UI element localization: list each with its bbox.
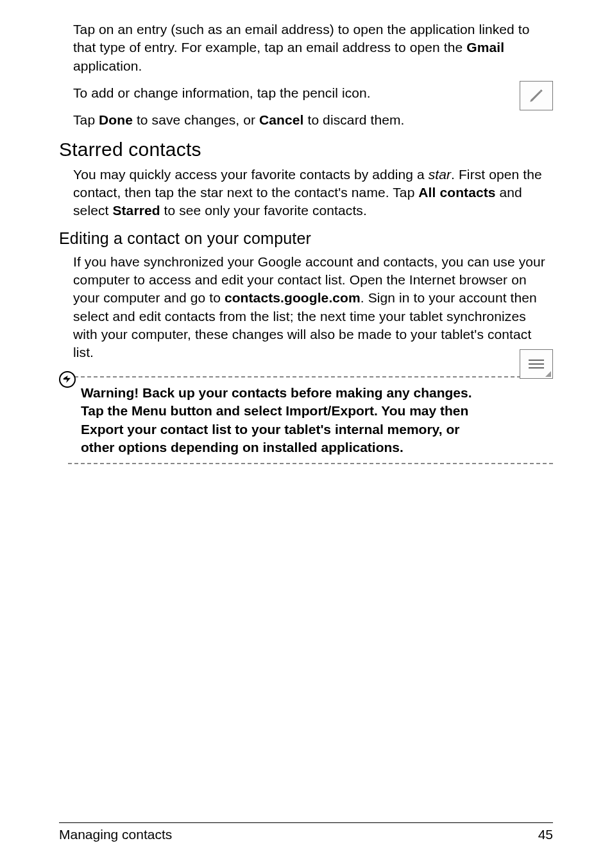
footer-section-title: Managing contacts <box>59 827 172 842</box>
paragraph-open-entry: Tap on an entry (such as an email addres… <box>73 21 553 75</box>
paragraph-pencil-hint: To add or change information, tap the pe… <box>73 84 553 102</box>
text: Tap on an entry (such as an email addres… <box>73 22 530 55</box>
done-label: Done <box>99 112 133 127</box>
text: application. <box>73 58 142 73</box>
paragraph-sync: If you have synchronized your Google acc… <box>73 253 553 362</box>
text: You may quickly access your favorite con… <box>73 167 429 182</box>
menu-lines <box>529 360 544 369</box>
menu-icon <box>520 349 553 379</box>
text: Tap <box>73 112 99 127</box>
cancel-label: Cancel <box>259 112 303 127</box>
footer-page-number: 45 <box>538 827 553 842</box>
contacts-url: contacts.google.com <box>225 290 361 305</box>
text: to save changes, or <box>133 112 259 127</box>
text: to discard them. <box>304 112 405 127</box>
warning-text: Warning! Back up your contacts before ma… <box>81 384 553 456</box>
warning-callout: Warning! Back up your contacts before ma… <box>59 371 553 469</box>
paragraph-done-cancel: Tap Done to save changes, or Cancel to d… <box>73 111 553 129</box>
star-italic: star <box>429 167 451 182</box>
warning-icon <box>59 371 76 388</box>
text: to see only your favorite contacts. <box>160 203 367 218</box>
heading-editing-on-computer: Editing a contact on your computer <box>59 229 553 248</box>
paragraph-starred: You may quickly access your favorite con… <box>73 166 553 220</box>
menu-corner-accent <box>545 371 551 377</box>
pencil-icon <box>520 81 553 110</box>
gmail-label: Gmail <box>466 40 504 55</box>
all-contacts-label: All contacts <box>418 185 495 200</box>
document-page: Tap on an entry (such as an email addres… <box>0 0 612 868</box>
page-footer: Managing contacts 45 <box>59 822 553 842</box>
heading-starred-contacts: Starred contacts <box>59 139 553 161</box>
starred-label: Starred <box>112 203 160 218</box>
